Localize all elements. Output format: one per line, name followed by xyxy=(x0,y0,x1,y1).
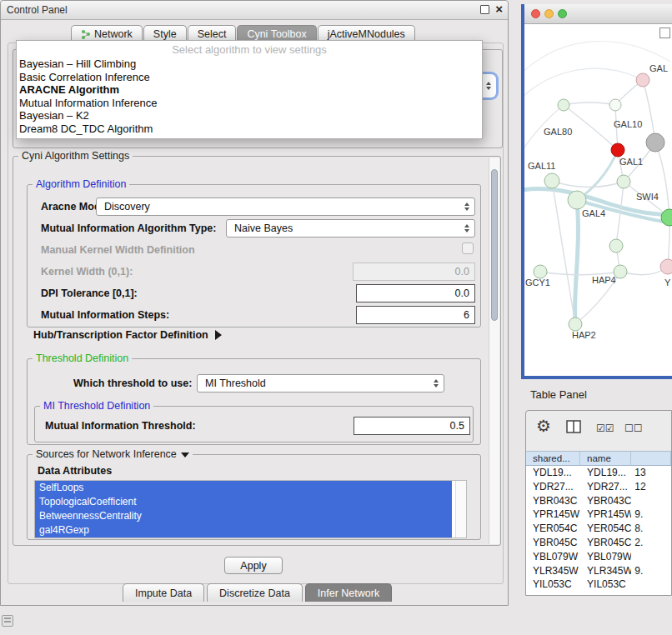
float-window-icon[interactable] xyxy=(480,5,489,14)
network-edge[interactable] xyxy=(552,181,624,188)
attribute-item[interactable]: gal4RGexp xyxy=(35,523,452,538)
tab-label: jActiveMNodules xyxy=(328,28,405,40)
table-panel-title: Table Panel xyxy=(530,388,587,401)
mi-type-select[interactable]: Naive Bayes xyxy=(226,219,475,238)
tab-label: Select xyxy=(198,28,227,40)
table-cell: YDR27... xyxy=(580,480,631,494)
birdseye-toggle[interactable] xyxy=(659,28,670,38)
network-edge[interactable] xyxy=(524,41,670,74)
attribute-item[interactable]: TopologicalCoefficient xyxy=(35,495,452,509)
table-row[interactable]: YER054CYER054C8. xyxy=(526,522,671,536)
mi-steps-field[interactable]: 6 xyxy=(356,306,475,324)
attribute-item[interactable]: SelfLoops xyxy=(35,481,452,495)
network-view-window: GALGAL80GAL10GAL11GAL1SWI4GAL4GCY1HAP4HA… xyxy=(521,4,672,379)
settings-scrollbar[interactable] xyxy=(489,158,499,544)
table-cell: YDL19... xyxy=(580,466,631,480)
settings-scrollbar-thumb[interactable] xyxy=(491,169,498,321)
algorithm-option[interactable]: Bayesian – Hill Climbing xyxy=(17,58,482,71)
column-header[interactable] xyxy=(631,452,671,465)
mi-threshold-group: MI Threshold Definition Mutual Informati… xyxy=(34,406,474,442)
table-row[interactable]: YLR345WYLR345W9. xyxy=(526,564,671,578)
network-node[interactable] xyxy=(636,73,649,87)
close-traffic-light[interactable] xyxy=(531,9,540,18)
network-canvas[interactable]: GALGAL80GAL10GAL11GAL1SWI4GAL4GCY1HAP4HA… xyxy=(524,24,672,376)
tab-label: Discretize Data xyxy=(219,588,290,599)
algorithm-option[interactable]: Dream8 DC_TDC Algorithm xyxy=(17,122,482,136)
network-node[interactable] xyxy=(617,175,630,188)
data-attributes-list[interactable]: SelfLoopsTopologicalCoefficientBetweenne… xyxy=(34,480,467,538)
network-edge[interactable] xyxy=(564,102,615,105)
dpi-tolerance-field[interactable]: 0.0 xyxy=(356,284,475,302)
network-edge[interactable] xyxy=(655,142,669,218)
node-label: Y xyxy=(664,278,671,288)
table-toolbar: ⚙ ☑☑ ☐☐ xyxy=(526,411,671,451)
algorithm-definition-group: Algorithm Definition Aracne Mode: Discov… xyxy=(27,184,481,328)
node-label: GAL11 xyxy=(528,161,555,171)
table-cell: 8. xyxy=(631,522,671,536)
node-label: GAL1 xyxy=(619,157,643,167)
network-graph: GALGAL80GAL10GAL11GAL1SWI4GAL4GCY1HAP4HA… xyxy=(524,24,672,376)
node-label: GAL10 xyxy=(614,119,642,129)
disclosure-down-icon xyxy=(181,452,189,458)
column-header[interactable]: name xyxy=(580,452,631,465)
sources-group-title[interactable]: Sources for Network Inference xyxy=(33,448,193,460)
data-attributes-label: Data Attributes xyxy=(38,465,112,477)
column-header[interactable]: shared... xyxy=(526,452,580,465)
table-cell: YER054C xyxy=(580,522,631,536)
network-edge[interactable] xyxy=(574,200,578,324)
minimized-panel-icon[interactable] xyxy=(2,615,13,627)
list-scrollbar[interactable] xyxy=(455,481,466,538)
attribute-item[interactable]: BetweennessCentrality xyxy=(35,509,452,523)
aracne-mode-value: Discovery xyxy=(97,201,150,212)
algorithm-option[interactable]: ARACNE Algorithm xyxy=(17,83,482,97)
table-cell: YLR345W xyxy=(526,564,580,578)
tab-discretize-data[interactable]: Discretize Data xyxy=(207,583,303,602)
algorithm-popup-prompt: Select algorithm to view settings xyxy=(17,43,482,58)
chevron-updown-icon xyxy=(434,379,439,388)
tab-label: Style xyxy=(153,28,177,40)
network-node[interactable] xyxy=(544,173,559,188)
network-node[interactable] xyxy=(569,318,582,331)
algorithm-popup-list: Bayesian – Hill ClimbingBasic Correlatio… xyxy=(17,58,482,136)
table-row[interactable]: YBR045CYBR045C2. xyxy=(526,536,671,550)
network-node[interactable] xyxy=(534,265,547,278)
algorithm-option[interactable]: Mutual Information Inference xyxy=(17,97,482,110)
network-node[interactable] xyxy=(611,143,624,157)
minimize-traffic-light[interactable] xyxy=(544,9,554,18)
algorithm-option[interactable]: Bayesian – K2 xyxy=(17,109,482,122)
tab-infer-network[interactable]: Infer Network xyxy=(305,583,392,602)
mi-threshold-field[interactable]: 0.5 xyxy=(354,417,470,435)
table-row[interactable]: YPR145WYPR145W9. xyxy=(526,508,671,522)
aracne-mode-select[interactable]: Discovery xyxy=(96,198,475,216)
table-cell: YBR045C xyxy=(580,536,631,550)
kernel-width-field[interactable]: 0.0 xyxy=(353,262,475,281)
tab-impute-data[interactable]: Impute Data xyxy=(123,583,204,602)
hub-definition-disclosure[interactable]: Hub/Transcription Factor Definition xyxy=(33,329,222,341)
apply-button[interactable]: Apply xyxy=(224,557,283,574)
columns-icon[interactable] xyxy=(566,420,581,437)
gear-icon[interactable]: ⚙ xyxy=(536,418,551,434)
network-node[interactable] xyxy=(646,133,664,152)
network-node[interactable] xyxy=(558,99,569,111)
close-icon[interactable]: × xyxy=(495,3,503,15)
mi-threshold-group-title: MI Threshold Definition xyxy=(40,400,153,412)
network-node[interactable] xyxy=(568,191,586,209)
table-row[interactable]: YDR27...YDR27...12 xyxy=(526,480,671,494)
algorithm-option[interactable]: Basic Correlation Inference xyxy=(17,71,482,84)
which-threshold-select[interactable]: MI Threshold xyxy=(197,374,444,392)
network-node[interactable] xyxy=(609,239,623,252)
node-label: GAL xyxy=(649,63,668,73)
network-edge[interactable] xyxy=(577,150,618,200)
table-row[interactable]: YBL079WYBL079W xyxy=(526,550,671,564)
network-node[interactable] xyxy=(609,99,621,111)
cyni-algorithm-settings-group: Cyni Algorithm Settings Algorithm Defini… xyxy=(13,156,501,546)
deselect-all-checks-icon[interactable]: ☐☐ xyxy=(624,422,643,434)
table-row[interactable]: YBR043CYBR043C xyxy=(526,494,671,508)
table-row[interactable]: YIL053CYIL053C xyxy=(526,578,671,592)
zoom-traffic-light[interactable] xyxy=(558,9,567,18)
select-all-checks-icon[interactable]: ☑☑ xyxy=(596,422,614,434)
node-label: GAL4 xyxy=(582,208,605,218)
network-node[interactable] xyxy=(660,259,672,274)
table-row[interactable]: YDL19...YDL19...13 xyxy=(526,466,671,480)
manual-kernel-checkbox[interactable] xyxy=(462,242,474,254)
